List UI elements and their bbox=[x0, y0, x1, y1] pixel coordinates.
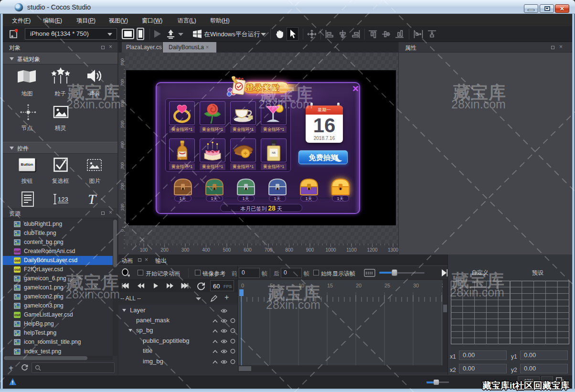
svg-text:600: 600 bbox=[120, 100, 125, 107]
svg-text:300: 300 bbox=[181, 247, 190, 253]
svg-text:200: 200 bbox=[160, 247, 169, 253]
svg-text:600: 600 bbox=[244, 247, 252, 253]
svg-text:123: 123 bbox=[58, 196, 68, 203]
svg-text:5: 5 bbox=[270, 283, 273, 288]
svg-text:700: 700 bbox=[265, 247, 273, 253]
svg-text:400: 400 bbox=[202, 247, 210, 253]
svg-text:1100: 1100 bbox=[346, 247, 357, 253]
svg-text:900: 900 bbox=[306, 247, 314, 253]
svg-text:1000: 1000 bbox=[325, 247, 336, 253]
svg-text:20: 20 bbox=[356, 283, 362, 288]
svg-text:15: 15 bbox=[327, 283, 333, 288]
svg-text:1200: 1200 bbox=[367, 247, 378, 253]
svg-text:100: 100 bbox=[120, 203, 125, 211]
svg-text:500: 500 bbox=[223, 247, 231, 253]
svg-text:0: 0 bbox=[241, 283, 244, 288]
svg-text:0: 0 bbox=[120, 229, 125, 232]
svg-text:N5: N5 bbox=[272, 151, 276, 154]
svg-text:200: 200 bbox=[120, 183, 125, 190]
svg-text:300: 300 bbox=[120, 162, 125, 169]
svg-text:800: 800 bbox=[120, 58, 125, 65]
svg-text:10: 10 bbox=[298, 283, 304, 288]
svg-text:400: 400 bbox=[120, 141, 125, 148]
svg-text:500: 500 bbox=[120, 120, 125, 127]
svg-text:800: 800 bbox=[285, 247, 293, 253]
svg-text:30: 30 bbox=[413, 283, 419, 288]
svg-text:1300: 1300 bbox=[388, 247, 398, 253]
svg-text:100: 100 bbox=[140, 247, 148, 253]
svg-text:700: 700 bbox=[120, 79, 125, 86]
svg-text:25: 25 bbox=[384, 283, 390, 288]
